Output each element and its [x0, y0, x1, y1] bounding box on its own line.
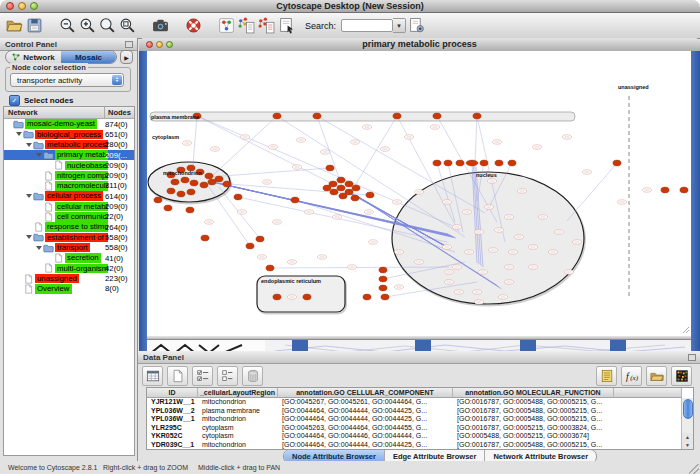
tree-row-multi-organism-pro[interactable]: multi-organism pro42(0)	[4, 263, 134, 273]
node[interactable]	[339, 193, 347, 199]
attribute-table-icon[interactable]	[142, 366, 163, 386]
select-attributes-icon[interactable]	[192, 366, 213, 386]
cell-r0-c1[interactable]: mitochondrion	[198, 398, 278, 407]
node[interactable]	[313, 113, 321, 119]
cell-r2-c0[interactable]: YPL036W__1	[147, 415, 198, 424]
tab-overflow-button[interactable]: ▶	[120, 50, 133, 64]
node[interactable]	[351, 195, 359, 201]
node[interactable]	[330, 189, 338, 195]
import-attributes-icon[interactable]	[646, 366, 667, 386]
node[interactable]	[495, 160, 503, 166]
tree-row-metabolic-process[interactable]: metabolic process280(0)	[4, 140, 134, 150]
node[interactable]	[187, 189, 195, 195]
node[interactable]	[154, 197, 162, 203]
resize-grip[interactable]	[689, 464, 699, 474]
node[interactable]	[366, 192, 374, 198]
expand-arrow-icon[interactable]	[26, 143, 32, 147]
help-icon[interactable]	[183, 16, 203, 36]
zoom-out-icon[interactable]	[57, 16, 77, 36]
delete-attribute-icon[interactable]	[242, 366, 263, 386]
cell-r0-c2[interactable]: [GO:0045267, GO:0045261, GO:0044464, G..…	[278, 398, 453, 407]
tree-row-nucleobase-[interactable]: nucleobase-209(0)	[4, 160, 134, 170]
column-header-3[interactable]: annotation.GO MOLECULAR_FUNCTION	[453, 388, 614, 398]
node[interactable]	[379, 285, 387, 291]
tree-row-establishment-of-lo[interactable]: establishment of lo558(0)	[4, 232, 134, 242]
network-canvas[interactable]: plasma membranecytoplasmmitochondrionnuc…	[147, 51, 691, 336]
node[interactable]	[661, 187, 669, 193]
tree-row-secretion[interactable]: secretion41(0)	[4, 253, 134, 263]
cell-r3-c3[interactable]: [GO:0016787, GO:0005215, GO:0003824, G..…	[453, 424, 614, 433]
tree-row-biological-process[interactable]: biological_process651(0)	[4, 129, 134, 139]
node[interactable]	[456, 160, 464, 166]
node[interactable]	[167, 188, 175, 194]
expand-arrow-icon[interactable]	[26, 235, 32, 239]
node[interactable]	[201, 235, 209, 241]
node[interactable]	[379, 267, 387, 273]
tab-mosaic[interactable]: Mosaic	[61, 51, 116, 63]
node[interactable]	[444, 160, 452, 166]
node[interactable]	[266, 265, 274, 271]
network-window-titlebar[interactable]: primary metabolic process	[139, 38, 700, 52]
tree-row-cell-communicat[interactable]: cell communicat22(0)	[4, 212, 134, 222]
annotation-icon[interactable]	[276, 16, 296, 36]
function-builder-icon[interactable]: f(x)	[621, 366, 642, 386]
compartment-plasma-membrane[interactable]	[150, 112, 575, 121]
data-panel-float-icon[interactable]	[688, 354, 696, 361]
cell-r2-c2[interactable]: [GO:0044464, GO:0044444, GO:0044425, G..…	[278, 415, 453, 424]
node[interactable]	[393, 113, 401, 119]
node[interactable]	[433, 160, 441, 166]
cell-r0-c0[interactable]: YJR121W__1	[147, 398, 198, 407]
tree-row-cellular-metabol[interactable]: cellular metabol209(0)	[4, 201, 134, 211]
cell-r5-c0[interactable]: YDR039C__1	[147, 441, 198, 450]
node[interactable]	[177, 191, 185, 197]
node[interactable]	[303, 294, 311, 300]
cell-r3-c1[interactable]: cytoplasm	[198, 424, 278, 433]
cell-r0-c3[interactable]: [GO:0016787, GO:0005488, GO:0005215, G..…	[453, 398, 614, 407]
attribute-notes-icon[interactable]	[596, 366, 617, 386]
cell-r1-c0[interactable]: YPL036W__2	[147, 407, 198, 416]
node[interactable]	[433, 113, 441, 119]
cell-r4-c1[interactable]: cytoplasm	[198, 432, 278, 441]
node[interactable]	[345, 181, 353, 187]
node[interactable]	[200, 182, 208, 188]
node[interactable]	[337, 177, 345, 183]
tree-row-transport[interactable]: transport558(0)	[4, 243, 134, 253]
node[interactable]	[291, 197, 299, 203]
tree-row-unassigned[interactable]: unassigned223(0)	[4, 274, 134, 284]
open-file-icon[interactable]	[4, 16, 24, 36]
node[interactable]	[473, 113, 481, 119]
node[interactable]	[205, 173, 213, 179]
zoom-in-icon[interactable]	[77, 16, 97, 36]
search-dropdown-button[interactable]: ▼	[393, 18, 406, 33]
scrollbar-thumb[interactable]	[683, 399, 693, 419]
node[interactable]	[246, 243, 254, 249]
unselect-attributes-icon[interactable]	[217, 366, 238, 386]
tree-row-macromolecule[interactable]: macromolecule311(0)	[4, 181, 134, 191]
node[interactable]	[181, 177, 189, 183]
column-header-0[interactable]: ID	[147, 388, 198, 398]
node[interactable]	[164, 205, 172, 211]
scrollbar-arrows[interactable]: ▲▼	[681, 433, 693, 449]
import-network-icon[interactable]	[236, 16, 256, 36]
node[interactable]	[273, 294, 281, 300]
cell-r3-c2[interactable]: [GO:0045263, GO:0044464, GO:0044455, G..…	[278, 424, 453, 433]
attribute-matrix-icon[interactable]	[671, 366, 692, 386]
snapshot-icon[interactable]	[150, 16, 170, 36]
cell-r4-c0[interactable]: YKR052C	[147, 432, 198, 441]
node[interactable]	[337, 185, 345, 191]
column-header-1[interactable]: _cellularLayoutRegion	[198, 388, 278, 398]
search-config-icon[interactable]	[406, 16, 426, 36]
node[interactable]	[190, 180, 198, 186]
table-scrollbar[interactable]	[681, 398, 693, 433]
select-nodes-checkbox[interactable]: ✓	[9, 95, 20, 106]
column-header-2[interactable]: annotation.GO CELLULAR_COMPONENT	[278, 388, 453, 398]
expand-arrow-icon[interactable]	[36, 153, 42, 157]
search-input[interactable]	[341, 19, 393, 32]
cell-r3-c0[interactable]: YLR295C	[147, 424, 198, 433]
node[interactable]	[326, 165, 334, 171]
cell-r1-c1[interactable]: plasma membrane	[198, 407, 278, 416]
cell-r4-c2[interactable]: [GO:0044464, GO:0044446, GO:0044444, G..…	[278, 432, 453, 441]
node[interactable]	[215, 176, 223, 182]
cell-r1-c3[interactable]: [GO:0016787, GO:0005488, GO:0005215, G..…	[453, 407, 614, 416]
node[interactable]	[223, 181, 231, 187]
